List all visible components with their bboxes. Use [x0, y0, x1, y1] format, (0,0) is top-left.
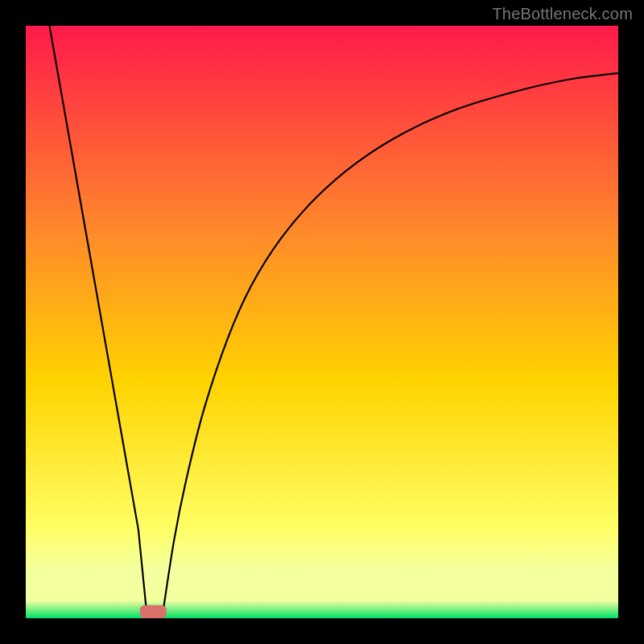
bottleneck-marker: [140, 605, 167, 618]
watermark-text: TheBottleneck.com: [492, 5, 633, 23]
curve-left-segment: [49, 26, 147, 618]
curve-layer: [26, 26, 618, 618]
chart-frame: TheBottleneck.com: [0, 0, 644, 644]
curve-right-segment: [162, 73, 618, 618]
